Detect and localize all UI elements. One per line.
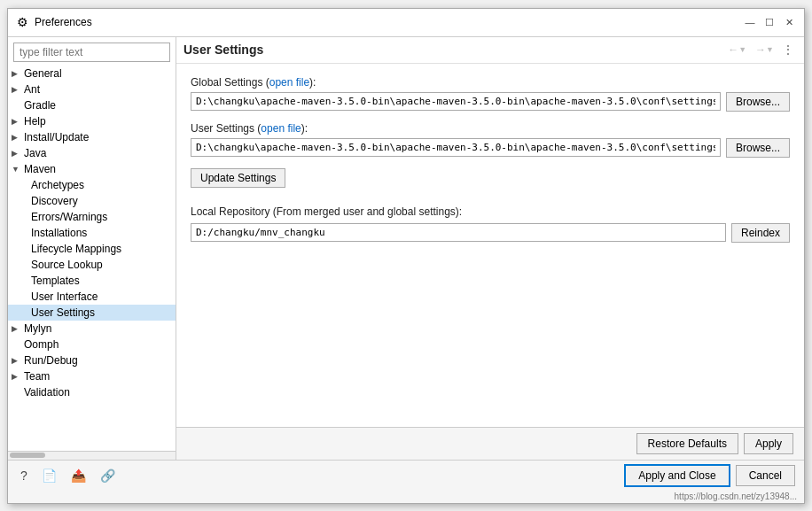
global-open-file-link[interactable]: open file xyxy=(269,76,309,89)
back-button[interactable]: ← ▼ xyxy=(724,42,750,58)
apply-and-close-button[interactable]: Apply and Close xyxy=(624,464,730,487)
settings-panel: Global Settings (open file): Browse... U… xyxy=(176,64,804,427)
forward-icon: → xyxy=(755,43,766,56)
global-settings-label: Global Settings (open file): xyxy=(191,76,790,89)
local-repo-label: Local Repository (From merged user and g… xyxy=(191,205,790,218)
close-button[interactable]: ✕ xyxy=(781,14,797,30)
sidebar-item-discovery[interactable]: Discovery xyxy=(8,193,176,209)
minimize-button[interactable]: — xyxy=(742,14,758,30)
bottom-bar: Restore Defaults Apply xyxy=(176,427,804,460)
title-bar: ⚙ Preferences — ☐ ✕ xyxy=(8,9,804,37)
dropdown-icon: ▼ xyxy=(766,45,774,54)
restore-defaults-button[interactable]: Restore Defaults xyxy=(636,433,738,454)
sidebar-item-maven[interactable]: ▼ Maven xyxy=(8,161,176,177)
sidebar-item-install-update[interactable]: ▶ Install/Update xyxy=(8,129,176,145)
main-toolbar: User Settings ← ▼ → ▼ ⋮ xyxy=(176,37,804,64)
sidebar-item-ant[interactable]: ▶ Ant xyxy=(8,81,176,97)
footer: ? 📄 📤 🔗 Apply and Close Cancel xyxy=(8,460,804,492)
main-content: User Settings ← ▼ → ▼ ⋮ xyxy=(176,37,804,460)
sidebar-item-gradle[interactable]: Gradle xyxy=(8,97,176,113)
update-settings-button[interactable]: Update Settings xyxy=(191,168,285,188)
window-controls: — ☐ ✕ xyxy=(742,14,797,30)
expand-icon: ▶ xyxy=(12,69,24,78)
restore-page-icon: 📄 xyxy=(42,468,57,483)
sidebar-item-source-lookup[interactable]: Source Lookup xyxy=(8,257,176,273)
sidebar-item-templates[interactable]: Templates xyxy=(8,273,176,289)
footer-right: Apply and Close Cancel xyxy=(624,464,795,487)
main-title: User Settings xyxy=(183,43,263,57)
more-icon: ⋮ xyxy=(783,43,793,56)
sidebar-item-user-settings[interactable]: User Settings xyxy=(8,305,176,321)
user-settings-path-input[interactable] xyxy=(191,138,721,157)
scroll-thumb xyxy=(10,453,45,458)
sidebar-item-errors-warnings[interactable]: Errors/Warnings xyxy=(8,209,176,225)
expand-icon: ▶ xyxy=(12,324,24,333)
sidebar-item-validation[interactable]: Validation xyxy=(8,384,176,400)
export-icon: 📤 xyxy=(71,468,86,483)
toolbar-actions: ← ▼ → ▼ ⋮ xyxy=(724,42,797,58)
sidebar-item-archetypes[interactable]: Archetypes xyxy=(8,177,176,193)
more-actions-button[interactable]: ⋮ xyxy=(779,42,797,58)
user-settings-row: Browse... xyxy=(191,138,790,158)
local-repo-path-input[interactable] xyxy=(191,223,726,242)
global-settings-path-input[interactable] xyxy=(191,92,721,111)
help-button[interactable]: ? xyxy=(17,467,31,484)
link-button[interactable]: 🔗 xyxy=(97,467,119,484)
horizontal-scrollbar[interactable] xyxy=(8,451,176,460)
expand-icon: ▶ xyxy=(12,133,24,142)
content-area: ▶ General ▶ Ant Gradle ▶ Help xyxy=(8,37,804,460)
help-icon: ? xyxy=(20,468,27,483)
export-button[interactable]: 📤 xyxy=(67,467,90,484)
apply-button[interactable]: Apply xyxy=(744,433,793,454)
sidebar-item-help[interactable]: ▶ Help xyxy=(8,113,176,129)
sidebar: ▶ General ▶ Ant Gradle ▶ Help xyxy=(8,37,176,460)
filter-input[interactable] xyxy=(13,43,170,62)
sidebar-item-general[interactable]: ▶ General xyxy=(8,66,176,81)
title-bar-left: ⚙ Preferences xyxy=(15,15,92,29)
sidebar-item-lifecycle-mappings[interactable]: Lifecycle Mappings xyxy=(8,241,176,257)
sidebar-item-mylyn[interactable]: ▶ Mylyn xyxy=(8,321,176,337)
user-open-file-link[interactable]: open file xyxy=(261,122,301,135)
expand-icon: ▼ xyxy=(12,165,24,174)
expand-icon: ▶ xyxy=(12,356,24,365)
cancel-button[interactable]: Cancel xyxy=(736,465,795,486)
maximize-button[interactable]: ☐ xyxy=(761,14,777,30)
sidebar-item-java[interactable]: ▶ Java xyxy=(8,145,176,161)
expand-icon xyxy=(12,101,24,110)
reindex-button[interactable]: Reindex xyxy=(731,223,790,243)
restore-icon-button[interactable]: 📄 xyxy=(38,467,60,484)
expand-icon: ▶ xyxy=(12,372,24,381)
footer-left: ? 📄 📤 🔗 xyxy=(17,467,119,484)
window-title: Preferences xyxy=(35,16,92,28)
preferences-window: ⚙ Preferences — ☐ ✕ ▶ General ▶ Ant xyxy=(7,8,805,504)
sidebar-item-team[interactable]: ▶ Team xyxy=(8,368,176,384)
tree-container[interactable]: ▶ General ▶ Ant Gradle ▶ Help xyxy=(8,66,176,451)
forward-button[interactable]: → ▼ xyxy=(752,42,777,58)
expand-icon: ▶ xyxy=(12,85,24,94)
global-settings-row: Browse... xyxy=(191,92,790,112)
app-icon: ⚙ xyxy=(15,15,29,29)
sidebar-item-oomph[interactable]: Oomph xyxy=(8,337,176,352)
expand-icon: ▶ xyxy=(12,117,24,126)
user-settings-label: User Settings (open file): xyxy=(191,122,790,135)
global-browse-button[interactable]: Browse... xyxy=(726,92,790,112)
local-repo-row: Reindex xyxy=(191,223,790,243)
sidebar-item-installations[interactable]: Installations xyxy=(8,225,176,241)
expand-icon: ▶ xyxy=(12,149,24,158)
sidebar-item-run-debug[interactable]: ▶ Run/Debug xyxy=(8,352,176,368)
back-icon: ← xyxy=(728,43,738,56)
user-browse-button[interactable]: Browse... xyxy=(726,138,790,158)
expand-icon xyxy=(12,340,24,349)
expand-icon xyxy=(12,388,24,397)
update-settings-row: Update Settings xyxy=(191,168,790,188)
link-icon: 🔗 xyxy=(100,468,115,483)
status-url: https://blog.csdn.net/zy13948... xyxy=(8,492,804,503)
sidebar-item-user-interface[interactable]: User Interface xyxy=(8,289,176,305)
dropdown-icon: ▼ xyxy=(738,45,746,54)
